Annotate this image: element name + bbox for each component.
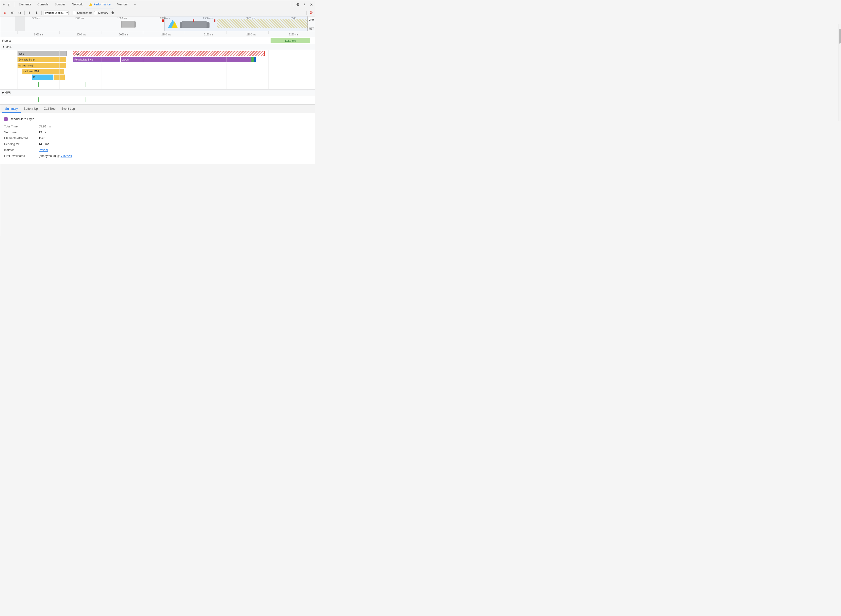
summary-elements-key: Elements Affected	[4, 136, 39, 140]
screenshots-checkbox-label[interactable]: Screenshots	[73, 11, 92, 14]
recalculate-style-bar[interactable]: Recalculate Style	[73, 57, 120, 62]
gpu-section: ▶ GPU	[0, 89, 315, 104]
main-track-area: Task Task Evaluate Script Recalculate St…	[0, 50, 315, 89]
ruler-ticks	[18, 31, 315, 37]
download-button[interactable]: ⬇	[34, 10, 40, 16]
frames-content: 116.7 ms	[18, 37, 315, 44]
timeline-area: 500 ms 1000 ms 1500 ms 2000 ms 2500 ms 3…	[0, 16, 315, 105]
task-bar-2[interactable]: Task	[73, 51, 265, 56]
summary-title: Recalculate Style	[4, 117, 311, 121]
gpu-section-header[interactable]: ▶ GPU	[0, 89, 315, 95]
anonymous-bar[interactable]: (anonymous)	[18, 63, 66, 68]
svg-rect-6	[162, 19, 164, 22]
record-button[interactable]: ●	[2, 10, 7, 16]
close-icon[interactable]: ✕	[309, 2, 314, 7]
summary-pending-value: 14.5 ms	[39, 142, 49, 146]
summary-pending-key: Pending for	[4, 142, 39, 146]
tab-event-log[interactable]: Event Log	[59, 105, 78, 113]
gpu-toggle-icon: ▶	[2, 91, 4, 94]
tab-sources[interactable]: Sources	[52, 0, 68, 9]
recalculate-style-label: Recalculate Style	[74, 58, 93, 61]
frame-116: 116.7 ms	[271, 38, 310, 43]
tab-more[interactable]: »	[131, 0, 138, 9]
gpu-tick-1	[38, 82, 39, 87]
profile-selector-wrap: jlwagner.net #1	[44, 10, 69, 15]
summary-self-time-row: Self Time 19 μs	[4, 131, 311, 134]
initiator-reveal-link[interactable]: Reveal	[39, 148, 48, 152]
summary-first-invalidated-key: First Invalidated	[4, 154, 39, 158]
clear-button[interactable]: ⊘	[17, 10, 22, 16]
reload-button[interactable]: ↺	[10, 10, 15, 16]
gpu-activity-1	[38, 97, 39, 102]
prl-bar[interactable]: P...L	[32, 75, 53, 80]
tab-call-tree[interactable]: Call Tree	[41, 105, 59, 113]
memory-checkbox[interactable]	[94, 11, 97, 14]
tab-elements[interactable]: Elements	[16, 0, 34, 9]
gpu-activity-2	[85, 97, 85, 102]
layout-green-block	[251, 57, 254, 62]
summary-total-time-value: 55.20 ms	[39, 125, 51, 128]
summary-self-time-key: Self Time	[4, 131, 39, 134]
overview-bar[interactable]: 500 ms 1000 ms 1500 ms 2000 ms 2500 ms 3…	[0, 16, 315, 31]
summary-self-time-value: 19 μs	[39, 131, 46, 134]
summary-first-invalidated-row: First Invalidated (anonymous) @ VM262:1	[4, 154, 311, 158]
tab-performance[interactable]: Performance	[86, 0, 113, 9]
main-section-header[interactable]: ▼ Main	[0, 44, 315, 50]
frames-row: Frames 116.7 ms	[0, 37, 315, 44]
first-invalidated-prefix: (anonymous) @	[39, 154, 60, 158]
tab-console[interactable]: Console	[34, 0, 51, 9]
frames-label: Frames	[0, 39, 18, 42]
tab-network[interactable]: Network	[69, 0, 86, 9]
toolbar-icon-group: ⌖ ⬚	[1, 2, 14, 7]
devtools-tab-bar: ⌖ ⬚ Elements Console Sources Network Per…	[0, 0, 315, 9]
first-invalidated-link[interactable]: VM262:1	[60, 154, 72, 158]
layout-bar[interactable]: Layout	[121, 57, 251, 62]
cursor-icon[interactable]: ⌖	[1, 2, 6, 7]
tab-right-icons: ⚙ ⋮ ✕	[293, 2, 314, 7]
gpu-tick-2	[85, 82, 85, 87]
settings-gear-icon[interactable]: ⚙	[309, 10, 313, 15]
summary-title-text: Recalculate Style	[10, 117, 34, 121]
upload-button[interactable]: ⬆	[26, 10, 32, 16]
layout-blue-block	[254, 57, 256, 62]
tab-bottom-up[interactable]: Bottom-Up	[21, 105, 41, 113]
summary-pending-row: Pending for 14.5 ms	[4, 142, 311, 146]
main-toggle-icon: ▼	[2, 45, 5, 48]
bottom-tabs: Summary Bottom-Up Call Tree Event Log	[0, 105, 315, 113]
performance-toolbar: ● ↺ ⊘ ⬆ ⬇ jlwagner.net #1 Screenshots Me…	[0, 9, 315, 16]
screenshots-checkbox[interactable]	[73, 11, 76, 14]
timeline-ruler[interactable]: 1950 ms 2000 ms 2050 ms 2100 ms 2150 ms …	[0, 31, 315, 37]
evaluate-script-bar[interactable]: Evaluate Script	[18, 57, 66, 62]
inspect-icon[interactable]: ⬚	[7, 2, 12, 7]
summary-total-time-row: Total Time 55.20 ms	[4, 125, 311, 128]
main-section: ▼ Main Task Task Evaluate Script Recalcu…	[0, 44, 315, 89]
trash-button[interactable]: 🗑	[110, 10, 115, 16]
memory-checkbox-label[interactable]: Memory	[94, 11, 108, 14]
summary-panel: Recalculate Style Total Time 55.20 ms Se…	[0, 113, 315, 164]
summary-first-invalidated-value: (anonymous) @ VM262:1	[39, 154, 72, 158]
summary-initiator-key: Initiator	[4, 148, 39, 152]
summary-elements-value: 1520	[39, 136, 45, 140]
tab-memory[interactable]: Memory	[114, 0, 131, 9]
more-icon[interactable]: ⋮	[302, 2, 307, 7]
tab-summary[interactable]: Summary	[2, 105, 21, 113]
summary-elements-row: Elements Affected 1520	[4, 136, 311, 140]
main-section-label: Main	[6, 45, 12, 48]
svg-rect-1	[122, 21, 134, 28]
net-label: NET	[309, 27, 314, 30]
summary-total-time-key: Total Time	[4, 125, 39, 128]
cpu-label: CPU	[309, 18, 314, 21]
gpu-track	[0, 95, 315, 104]
summary-color-swatch	[4, 117, 7, 121]
summary-initiator-row: Initiator Reveal	[4, 148, 311, 152]
settings-icon[interactable]: ⚙	[295, 2, 300, 7]
task-bar-1[interactable]: Task	[18, 51, 67, 56]
gpu-section-label: GPU	[5, 91, 11, 94]
profile-selector[interactable]: jlwagner.net #1	[44, 10, 69, 15]
set-inner-html-bar[interactable]: set innerHTML	[22, 69, 64, 74]
layout-label: Layout	[122, 58, 129, 61]
prl-yellow-block	[54, 75, 65, 80]
